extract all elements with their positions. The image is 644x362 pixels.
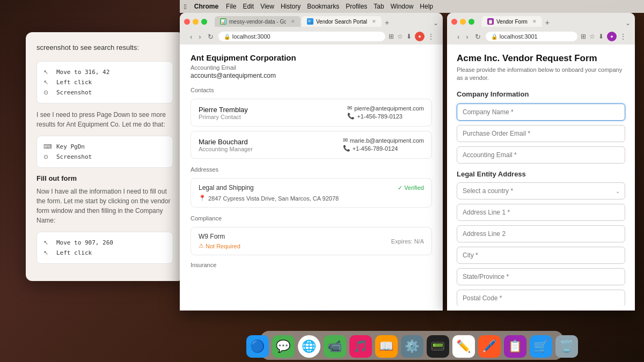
w9-card: W9 Form ⚠ Not Required Expires: N/A [191,227,432,255]
close-button-1[interactable] [184,19,190,25]
tab-label-1: messy-vendor-data - Google... [229,19,286,25]
contact-phone-2: 📞 +1-456-789-0124 [343,145,424,152]
state-input[interactable] [457,268,625,285]
contact-name-2: Marie Bouchard [199,138,253,146]
new-tab-button-2[interactable]: + [543,18,552,27]
company-name-group [457,104,625,121]
purchase-order-group [457,125,625,142]
click-icon-2: ↖ [43,249,52,256]
address-line1-group [457,204,625,221]
menu-icon-2[interactable]: ⋮ [620,33,626,40]
url-bar-1[interactable]: 🔒 localhost:3000 [218,32,385,41]
city-group [457,247,625,264]
menu-file[interactable]: File [226,3,236,10]
w9-status: ⚠ Not Required [199,242,240,249]
dock-appstore[interactable]: 🛒 [530,335,552,358]
address-line2-input[interactable] [457,225,625,242]
forward-button-2[interactable]: › [464,33,470,41]
tab-vendor-form[interactable]: 📋 Vendor Form ✕ [482,16,542,27]
menu-bookmarks[interactable]: Bookmarks [307,3,339,10]
cast-icon-2[interactable]: ⊞ [581,33,586,40]
action-move-text: Move to 316, 42 [56,69,109,76]
action-screenshot-text: Screenshot [56,89,92,96]
narrative-2: Now I have all the information I need to… [36,187,173,225]
compliance-section: Compliance W9 Form ⚠ Not Required Expire… [191,215,432,255]
cast-icon[interactable]: ⊞ [389,33,394,40]
dock-textedit[interactable]: ✏️ [452,335,475,358]
tab-label-2: Vendor Search Portal [316,19,367,25]
back-button-2[interactable]: ‹ [456,33,461,41]
menu-help[interactable]: Help [420,3,433,10]
address-bar-1: ‹ › ↻ 🔒 localhost:3000 ⊞ ☆ ⬇ ● ⋮ [184,29,438,45]
menu-history[interactable]: History [281,3,301,10]
action-block-3: ↖ Move to 907, 260 ↖ Left click [36,232,173,264]
minimize-button-1[interactable] [193,19,199,25]
download-icon-2[interactable]: ⬇ [598,33,604,40]
app-name-menu[interactable]: Chrome [194,3,218,10]
profile-avatar-2[interactable]: ● [607,32,617,41]
bookmark-icon-1[interactable]: ☆ [397,33,403,40]
minimize-button-2[interactable] [460,19,466,25]
new-tab-button-1[interactable]: + [383,18,391,27]
profile-avatar-1[interactable]: ● [415,32,425,41]
dock-ibooks[interactable]: 📖 [375,335,398,358]
menu-icon-1[interactable]: ⋮ [428,33,434,40]
tab-close-3[interactable]: ✕ [532,19,537,24]
tab-close-1[interactable]: ✕ [291,19,295,24]
reload-button-2[interactable]: ↻ [473,33,482,41]
dock-messages[interactable]: 💬 [272,335,295,358]
postal-input[interactable] [457,290,625,306]
reload-button-1[interactable]: ↻ [206,33,215,41]
tab-label-3: Vendor Form [496,19,528,25]
tab-list-button-2[interactable]: ⌄ [625,19,631,27]
maximize-button-2[interactable] [469,19,474,25]
close-button-2[interactable] [451,19,457,25]
address-line2-group [457,225,625,242]
dock-finder[interactable]: 🔵 [246,335,269,358]
tab-vendor-search[interactable]: 🔍 Vendor Search Portal ✕ [302,16,382,27]
menu-window[interactable]: Window [391,3,414,10]
browser-chrome-2: 📋 Vendor Form ✕ + ⌄ ‹ › ↻ 🔒 localhost:30… [447,13,635,45]
narrative-1: I see I need to press Page Down to see m… [36,110,173,129]
dock-system-prefs[interactable]: ⚙️ [401,335,423,358]
bookmark-icon-2[interactable]: ☆ [589,33,595,40]
dock-trash[interactable]: 🗑️ [555,335,578,358]
dock-chrome[interactable]: 🌐 [298,335,320,358]
menu-profiles[interactable]: Profiles [346,3,367,10]
menu-edit[interactable]: Edit [243,3,254,10]
maximize-button-1[interactable] [201,19,207,25]
address-text-1: 📍 2847 Cypress Vista Drive, San Marcos, … [199,195,424,202]
accounting-email-input[interactable] [457,146,625,164]
contact-email-2: ✉ marie.b@antequipment.com [343,137,424,144]
contact-card-pierre: Pierre Tremblay Primary Contact ✉ pierre… [191,99,432,127]
dock-music[interactable]: 🎵 [349,335,372,358]
menu-tab[interactable]: Tab [374,3,384,10]
download-icon-1[interactable]: ⬇ [406,33,412,40]
action-row-click2: ↖ Left click [43,248,166,258]
company-name-input[interactable] [457,104,625,121]
address-line1-input[interactable] [457,204,625,221]
state-group [457,268,625,285]
tabs-row-1: 📊 messy-vendor-data - Google... ✕ 🔍 Vend… [215,16,438,27]
action-move2-text: Move to 907, 260 [56,239,113,246]
tab-list-button[interactable]: ⌄ [433,19,438,27]
tab-favicon-3: 📋 [487,18,494,25]
legal-entity-heading: Legal Entity Address [457,170,625,178]
dock-facetime[interactable]: 📹 [324,335,346,358]
accounting-email-group [457,146,625,164]
purchase-order-input[interactable] [457,125,625,142]
url-bar-2[interactable]: 🔒 localhost:3001 [486,32,577,41]
city-input[interactable] [457,247,625,264]
menu-view[interactable]: View [260,3,274,10]
forward-button-1[interactable]: › [197,33,202,41]
tab-messy-vendor[interactable]: 📊 messy-vendor-data - Google... ✕ [215,16,301,27]
url-text-2: localhost:3001 [500,33,538,40]
tab-close-2[interactable]: ✕ [372,19,376,24]
apple-menu-icon[interactable]:  [184,3,187,11]
country-select[interactable]: Select a country * United States Canada [457,182,625,200]
back-button-1[interactable]: ‹ [188,33,194,41]
dock-terminal[interactable]: 📟 [427,335,449,358]
dock-preview[interactable]: 📋 [504,335,526,358]
dock-pages[interactable]: 🖊️ [478,335,501,358]
company-info-heading: Company Information [457,90,625,98]
